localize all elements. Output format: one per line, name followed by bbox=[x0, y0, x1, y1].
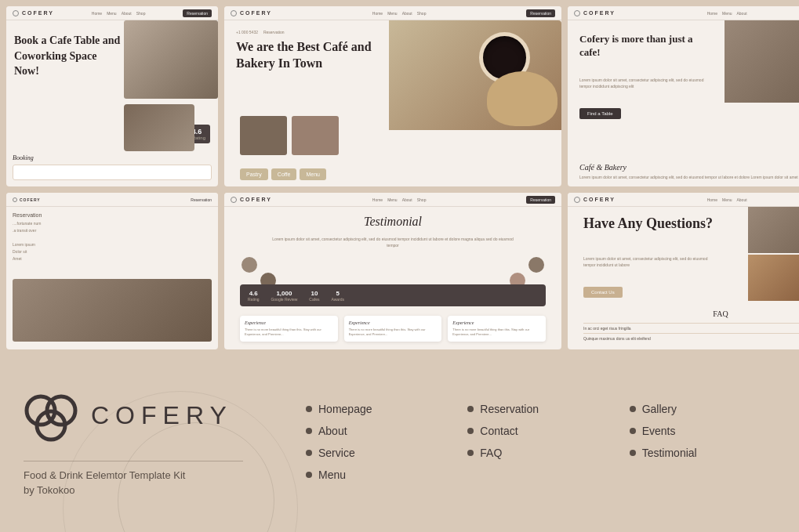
nav-item-homepage[interactable]: Homepage bbox=[306, 403, 452, 415]
nav-item-testimonial[interactable]: Testimonial bbox=[630, 447, 775, 459]
screenshot-card-7: COFERY Home Menu About Reservation Have … bbox=[568, 193, 799, 349]
nav-col-2: Reservation Contact FAQ bbox=[467, 403, 613, 481]
nav-dot bbox=[306, 428, 312, 434]
nav-dot bbox=[306, 406, 312, 412]
nav-item-events[interactable]: Events bbox=[630, 425, 775, 437]
nav-label-testimonial: Testimonial bbox=[642, 447, 697, 459]
card2-title: We are the Best Café and Bakery In Town bbox=[236, 39, 381, 72]
nav-label-faq: FAQ bbox=[480, 447, 502, 459]
nav-label-about: About bbox=[318, 425, 347, 437]
nav-label-gallery: Gallery bbox=[642, 403, 677, 415]
nav-item-menu[interactable]: Menu bbox=[306, 469, 452, 481]
card1-title: Book a Cafe Table and Coworking Space No… bbox=[14, 33, 124, 79]
faq-title: Have Any Questions? bbox=[583, 215, 713, 233]
screen1-logo: COFERY bbox=[22, 10, 54, 16]
testimonial-title: Testimonial bbox=[364, 215, 422, 229]
faq-section: FAQ In ac orci eget risus fringilla Quin… bbox=[568, 309, 799, 343]
screen3-logo: COFERY bbox=[583, 10, 616, 16]
faq-btn: Contact Us bbox=[583, 287, 623, 298]
card3-cta: Find a Table bbox=[579, 108, 621, 119]
cofery-logo-icon bbox=[24, 389, 78, 443]
faq-text: Lorem ipsum dolor sit amet, consectetur … bbox=[583, 255, 709, 268]
screenshot-card-2: COFERY Home Menu About Shop Reservation … bbox=[224, 6, 561, 186]
nav-label-reservation: Reservation bbox=[480, 403, 539, 415]
experience-cards: Experience There is no more beautiful th… bbox=[240, 316, 546, 342]
nav-dot bbox=[467, 428, 474, 434]
nav-dot bbox=[306, 472, 312, 478]
nav-label-homepage: Homepage bbox=[318, 403, 372, 415]
screenshot-card-3: COFERY Home Menu About Reservation Cofer… bbox=[568, 6, 799, 186]
nav-item-contact[interactable]: Contact bbox=[467, 425, 613, 437]
nav-dot bbox=[630, 406, 636, 412]
card3-desc: Lorem ipsum dolor sit amet, consectetur … bbox=[579, 77, 713, 89]
faq-images bbox=[748, 207, 799, 301]
screen2-logo: COFERY bbox=[240, 10, 272, 16]
screen7-logo: COFERY bbox=[583, 197, 616, 202]
bottom-section: COFERY Food & Drink Eelemtor Template Ki… bbox=[0, 352, 799, 532]
screenshots-grid: COFERY Home Menu About Shop Reservation … bbox=[0, 0, 799, 349]
nav-item-faq[interactable]: FAQ bbox=[467, 447, 613, 459]
nav-dot bbox=[467, 450, 474, 456]
nav-label-menu: Menu bbox=[318, 469, 346, 481]
nav-item-gallery[interactable]: Gallery bbox=[630, 403, 775, 415]
nav-dot bbox=[306, 450, 312, 456]
booking-label: Booking bbox=[13, 154, 212, 161]
card3-bakery: Café & Bakery bbox=[579, 163, 799, 172]
nav-col-3: Gallery Events Testimonial bbox=[630, 403, 775, 481]
nav-item-service[interactable]: Service bbox=[306, 447, 452, 459]
nav-item-about[interactable]: About bbox=[306, 425, 452, 437]
nav-label-events: Events bbox=[642, 425, 676, 437]
nav-dot bbox=[467, 406, 474, 412]
nav-item-reservation[interactable]: Reservation bbox=[467, 403, 613, 415]
nav-links: Homepage About Service Menu Reservation bbox=[306, 403, 775, 481]
screenshot-card-6: COFERY Home Menu About Shop Reservation … bbox=[224, 193, 561, 349]
nav-col-1: Homepage About Service Menu bbox=[306, 403, 452, 481]
screenshot-card-1: COFERY Home Menu About Shop Reservation … bbox=[6, 6, 218, 186]
card5-title: Reservation bbox=[13, 212, 42, 218]
nav-label-service: Service bbox=[318, 447, 355, 459]
screenshot-card-5: COFERY Reservation Reservation ....fortu… bbox=[6, 193, 218, 349]
nav-dot bbox=[630, 428, 636, 434]
booking-form bbox=[13, 165, 212, 180]
nav-label-contact: Contact bbox=[480, 425, 518, 437]
card3-title: Cofery is more than just a cafe! bbox=[579, 33, 705, 60]
stats-bar: 4.6 Rating 1,000 Google Review 10 Cafes … bbox=[240, 284, 546, 306]
screen6-logo: COFERY bbox=[240, 197, 272, 202]
nav-dot bbox=[630, 450, 636, 456]
